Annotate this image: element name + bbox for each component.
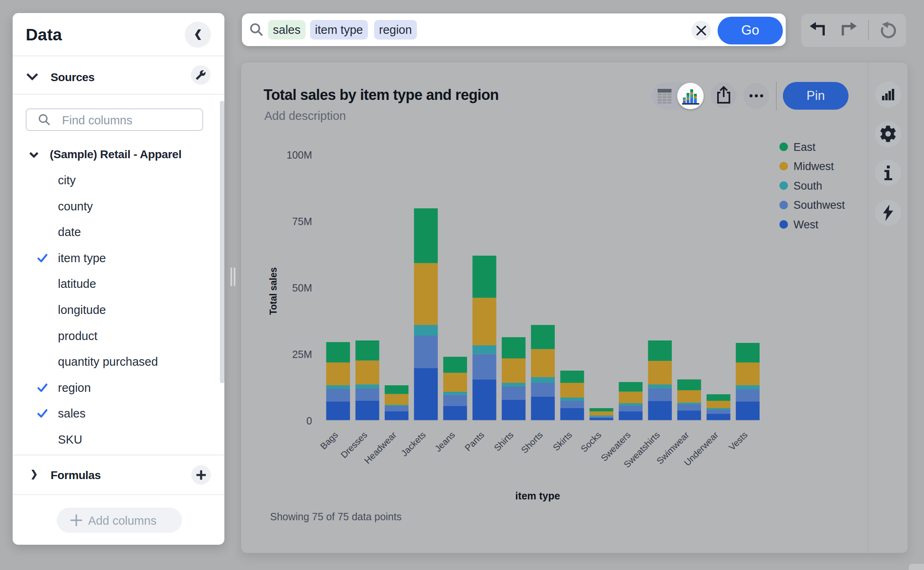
svg-text:0: 0: [306, 415, 312, 426]
svg-text:Dresses: Dresses: [339, 430, 369, 460]
svg-text:25M: 25M: [292, 349, 312, 360]
svg-text:Skirts: Skirts: [551, 430, 574, 453]
svg-text:item type: item type: [515, 490, 560, 502]
svg-text:Socks: Socks: [579, 430, 603, 454]
svg-text:South: South: [793, 180, 822, 192]
svg-text:Total sales: Total sales: [268, 267, 279, 315]
svg-text:Southwest: Southwest: [793, 199, 845, 211]
svg-text:East: East: [793, 141, 816, 153]
svg-text:Vests: Vests: [727, 430, 750, 453]
svg-text:Jackets: Jackets: [399, 430, 428, 458]
svg-text:Bags: Bags: [318, 430, 340, 451]
svg-text:50M: 50M: [292, 282, 312, 294]
svg-text:Midwest: Midwest: [793, 160, 834, 172]
svg-text:Shirts: Shirts: [492, 430, 515, 453]
svg-text:100M: 100M: [286, 149, 312, 161]
svg-text:Showing 75 of 75 data points: Showing 75 of 75 data points: [270, 511, 401, 522]
svg-text:Headwear: Headwear: [362, 430, 399, 466]
svg-text:Shorts: Shorts: [519, 430, 545, 455]
svg-text:West: West: [793, 219, 819, 231]
svg-text:Jeans: Jeans: [433, 430, 457, 454]
svg-text:Pants: Pants: [463, 430, 486, 453]
svg-text:75M: 75M: [292, 216, 312, 227]
